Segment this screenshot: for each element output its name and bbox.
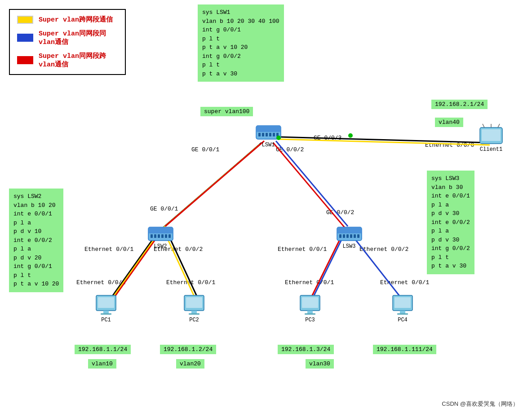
- line-lsw1-lsw2-black: [163, 143, 262, 228]
- legend-label-blue: Super vlan同网段同vlan通信: [39, 29, 118, 46]
- svg-rect-23: [346, 234, 349, 238]
- label-eth-pc1: Ethernet 0/0/1: [76, 279, 125, 286]
- line-lsw1-lsw2-yellow: [161, 145, 260, 230]
- legend-color-yellow: [17, 16, 33, 24]
- device-pc3: PC3: [300, 295, 320, 323]
- label-vlan30: vlan30: [306, 359, 334, 369]
- svg-rect-35: [191, 311, 197, 313]
- svg-text:LSW3: LSW3: [343, 243, 356, 250]
- label-ip-client1: 192.168.2.1/24: [431, 100, 488, 109]
- svg-rect-38: [300, 295, 320, 311]
- svg-rect-45: [400, 311, 405, 313]
- svg-text:PC4: PC4: [398, 317, 408, 323]
- svg-rect-1: [256, 126, 281, 139]
- label-ge001-lsw1: GE 0/0/1: [191, 146, 219, 153]
- svg-text:Client1: Client1: [480, 146, 502, 153]
- svg-rect-6: [269, 133, 271, 136]
- device-pc4: PC4: [393, 295, 412, 323]
- svg-rect-33: [184, 295, 204, 311]
- device-lsw1: LSW1: [256, 126, 281, 148]
- label-ip-pc2: 192.168.1.2/24: [160, 345, 216, 354]
- label-ip-pc3: 192.168.1.3/24: [278, 345, 334, 354]
- label-ge002-lsw1: GE 0/0/2: [276, 146, 304, 153]
- svg-line-50: [483, 124, 484, 127]
- svg-text:PC2: PC2: [189, 317, 199, 323]
- line-lsw1-lsw2-red: [165, 141, 264, 226]
- svg-rect-28: [96, 295, 116, 311]
- line-lsw2-pc1-yellow: [112, 236, 156, 298]
- svg-rect-8: [276, 133, 279, 136]
- label-super-vlan100: super vlan100: [200, 107, 253, 116]
- device-client1: Client1: [480, 124, 502, 153]
- device-lsw3: LSW3: [337, 227, 362, 250]
- label-ge003-lsw1: GE 0/0/3: [314, 135, 341, 141]
- dot-lsw1-ge003: [276, 136, 281, 140]
- svg-rect-21: [339, 234, 341, 238]
- legend-item-yellow: Super vlan跨网段通信: [17, 15, 118, 24]
- label-eth-pc2: Ethernet 0/0/1: [166, 279, 215, 286]
- device-pc2: PC2: [184, 295, 204, 323]
- svg-rect-34: [186, 297, 202, 308]
- watermark: CSDN @喜欢爱哭鬼（网络）: [442, 400, 519, 408]
- svg-rect-25: [354, 234, 356, 238]
- svg-rect-20: [337, 227, 362, 233]
- svg-rect-29: [98, 297, 114, 308]
- svg-rect-14: [158, 234, 160, 238]
- svg-rect-15: [161, 234, 164, 238]
- svg-rect-17: [168, 234, 171, 238]
- line-lsw3-pc3-blue: [313, 236, 343, 298]
- label-eth-lsw3-e1: Ethernet 0/0/1: [278, 246, 327, 253]
- label-vlan20: vlan20: [176, 359, 204, 369]
- label-vlan40: vlan40: [435, 118, 463, 127]
- svg-rect-24: [350, 234, 352, 238]
- label-eth-lsw2-e1: Ethernet 0/0/1: [84, 246, 133, 253]
- svg-rect-5: [266, 133, 268, 136]
- legend-label-red: Super vlan同网段跨vlan通信: [39, 52, 118, 69]
- svg-line-52: [498, 124, 500, 127]
- svg-rect-2: [256, 126, 281, 132]
- svg-text:PC1: PC1: [101, 317, 111, 323]
- svg-rect-36: [189, 313, 200, 315]
- config-lsw3: sys LSW3 vlan b 30 int e 0/0/1 p l a p d…: [427, 171, 474, 274]
- legend-color-red: [17, 56, 33, 64]
- svg-rect-44: [395, 297, 411, 308]
- label-eth-pc3: Ethernet 0/0/1: [285, 279, 334, 286]
- svg-rect-10: [148, 227, 173, 241]
- legend-label-yellow: Super vlan跨网段通信: [39, 15, 113, 24]
- legend-color-blue: [17, 34, 33, 42]
- label-eth-lsw2-e2: Ethernet 0/0/2: [154, 246, 203, 253]
- config-lsw2: sys LSW2 vlan b 10 20 int e 0/0/1 p l a …: [9, 189, 63, 292]
- svg-rect-22: [343, 234, 345, 238]
- svg-rect-12: [151, 234, 153, 238]
- svg-rect-19: [337, 227, 362, 241]
- config-lsw1: sys LSW1 vlan b 10 20 30 40 100 int g 0/…: [198, 4, 284, 82]
- label-ip-pc4: 192.168.1.111/24: [373, 345, 436, 354]
- dot-lsw1-top: [276, 135, 281, 139]
- svg-rect-43: [393, 295, 412, 311]
- svg-rect-3: [258, 133, 261, 136]
- label-eth-lsw3-e2: Ethernet 0/0/2: [359, 246, 408, 253]
- svg-rect-11: [148, 227, 173, 233]
- svg-rect-41: [305, 313, 315, 315]
- label-vlan10: vlan10: [88, 359, 116, 369]
- label-ge001-lsw2: GE 0/0/1: [150, 206, 178, 212]
- svg-rect-40: [307, 311, 313, 313]
- svg-rect-30: [103, 311, 109, 313]
- svg-text:LSW1: LSW1: [262, 142, 275, 148]
- svg-rect-26: [357, 234, 359, 238]
- dot-client1-side: [348, 133, 353, 138]
- svg-rect-39: [302, 297, 318, 308]
- label-eth-client1: Ethernet 0/0/0: [425, 142, 474, 149]
- svg-rect-31: [101, 313, 111, 315]
- line-lsw2-pc1-red: [115, 234, 159, 296]
- label-ip-pc1: 192.168.1.1/24: [75, 345, 131, 354]
- dot-lsw1-client1: [276, 135, 281, 139]
- svg-rect-7: [273, 133, 275, 136]
- label-ge002-lsw3: GE 0/0/2: [326, 209, 354, 216]
- line-lsw2-pc2-black: [169, 236, 198, 298]
- legend-item-red: Super vlan同网段跨vlan通信: [17, 52, 118, 69]
- device-pc1: PC1: [96, 295, 116, 323]
- svg-rect-49: [482, 129, 501, 141]
- svg-rect-13: [154, 234, 156, 238]
- svg-text:PC3: PC3: [305, 317, 315, 323]
